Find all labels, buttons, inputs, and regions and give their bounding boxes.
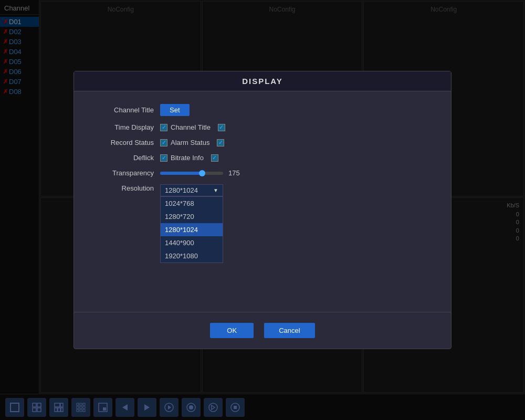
slider-container: 175 (160, 169, 244, 177)
resolution-option-1280-1024[interactable]: 1280*1024 (161, 223, 223, 236)
channel-title-row: Channel Title Set (91, 104, 434, 116)
channel-title-cb-label: Channel Title (171, 123, 211, 131)
dialog-overlay: DISPLAY Channel Title Set Time Display C… (0, 0, 525, 420)
time-display-row: Time Display Channel Title (91, 123, 434, 131)
channel-title-checkbox[interactable] (218, 124, 225, 131)
bitrate-info-checkbox[interactable] (211, 154, 218, 162)
time-display-checkbox[interactable] (160, 124, 167, 131)
display-dialog: DISPLAY Channel Title Set Time Display C… (74, 71, 452, 349)
transparency-value: 175 (228, 169, 244, 177)
resolution-option-1024[interactable]: 1024*768 (161, 197, 223, 210)
dialog-footer: OK Cancel (74, 312, 451, 349)
resolution-option-1920[interactable]: 1920*1080 (161, 249, 223, 262)
resolution-current[interactable]: 1280*1024 ▼ (160, 184, 223, 196)
alarm-status-checkbox[interactable] (217, 139, 224, 146)
resolution-select[interactable]: 1280*1024 ▼ 1024*768 1280*720 1280*1024 … (160, 184, 223, 196)
channel-title-label: Channel Title (91, 106, 154, 114)
record-status-checkbox[interactable] (160, 139, 167, 146)
resolution-current-value: 1280*1024 (165, 186, 198, 194)
ok-button[interactable]: OK (210, 323, 254, 338)
time-display-label: Time Display (91, 123, 154, 131)
transparency-row: Transparency 175 (91, 169, 434, 177)
dialog-title: DISPLAY (74, 71, 451, 91)
record-status-checkbox-group: Alarm Status (160, 139, 224, 146)
set-button[interactable]: Set (160, 104, 190, 116)
cancel-button[interactable]: Cancel (264, 323, 314, 338)
tour-row: Tour (91, 204, 434, 219)
record-status-label: Record Status (91, 139, 154, 146)
resolution-option-1280-720[interactable]: 1280*720 (161, 210, 223, 223)
slider-thumb[interactable] (199, 170, 205, 176)
deflick-checkbox[interactable] (160, 154, 167, 162)
deflick-label: Deflick (91, 154, 154, 162)
resolution-row: Resolution 1280*1024 ▼ 1024*768 1280*720… (91, 184, 434, 196)
record-status-row: Record Status Alarm Status (91, 139, 434, 146)
resolution-dropdown: 1024*768 1280*720 1280*1024 1440*900 192… (160, 196, 223, 263)
dialog-body: Channel Title Set Time Display Channel T… (74, 91, 451, 312)
deflick-row: Deflick Bitrate Info (91, 154, 434, 162)
resolution-label: Resolution (91, 184, 154, 192)
dropdown-arrow-icon: ▼ (213, 187, 218, 193)
alarm-status-label: Alarm Status (171, 139, 209, 146)
transparency-label: Transparency (91, 169, 154, 177)
time-display-checkbox-group: Channel Title (160, 123, 225, 131)
resolution-option-1440[interactable]: 1440*900 (161, 236, 223, 249)
deflick-checkbox-group: Bitrate Info (160, 154, 218, 162)
transparency-slider-track[interactable] (160, 172, 223, 175)
bitrate-info-label: Bitrate Info (171, 154, 204, 162)
slider-fill (160, 172, 201, 175)
